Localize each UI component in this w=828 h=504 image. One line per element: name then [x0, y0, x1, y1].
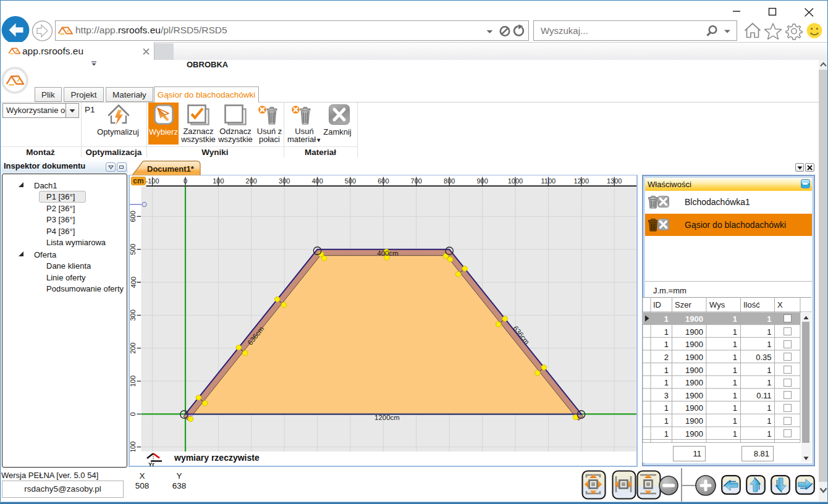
svg-text:-100: -100: [146, 177, 159, 185]
svg-text:900: 900: [476, 177, 488, 185]
svg-text:500: 500: [130, 244, 137, 255]
svg-text:100: 100: [130, 376, 137, 387]
svg-text:300: 300: [279, 177, 290, 185]
svg-text:200: 200: [246, 177, 257, 185]
svg-text:400cm: 400cm: [377, 250, 399, 257]
svg-text:1000: 1000: [508, 177, 523, 185]
svg-text:Yr: Yr: [148, 461, 154, 466]
svg-text:0: 0: [184, 177, 187, 185]
svg-text:1300: 1300: [607, 177, 622, 185]
svg-text:1200cm: 1200cm: [374, 414, 400, 421]
svg-text:500: 500: [345, 177, 356, 185]
svg-text:800: 800: [444, 177, 455, 185]
svg-text:1200: 1200: [574, 177, 589, 185]
svg-text:400: 400: [311, 177, 323, 185]
svg-text:600: 600: [378, 177, 389, 185]
svg-text:100: 100: [213, 177, 224, 185]
svg-text:100: 100: [130, 442, 137, 452]
svg-text:400: 400: [130, 277, 137, 288]
svg-text:200: 200: [130, 343, 137, 354]
svg-text:1100: 1100: [541, 177, 556, 185]
svg-text:600: 600: [130, 211, 137, 222]
svg-text:700: 700: [411, 177, 422, 185]
svg-text:0: 0: [130, 412, 137, 416]
svg-text:300: 300: [130, 309, 137, 321]
